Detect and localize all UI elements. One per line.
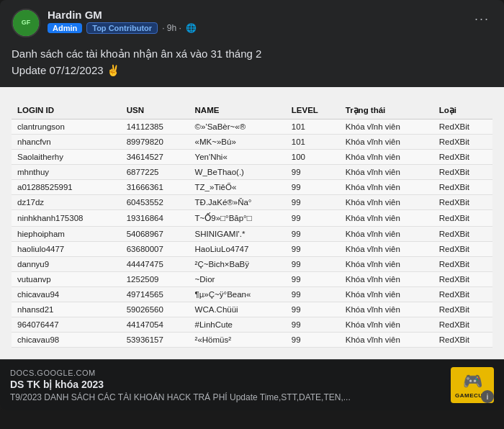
table-cell: a01288525991 (12, 180, 121, 195)
admin-badge: Admin (48, 23, 82, 33)
avatar-inner: GF (13, 10, 39, 36)
table-cell: ~Dior (189, 272, 286, 287)
table-cell: vutuanvp (12, 272, 121, 287)
table-cell: Khóa vĩnh viên (340, 272, 433, 287)
table-row: dannyu944447475²Ç~Bich×BaBÿ99Khóa vĩnh v… (12, 257, 492, 272)
table-cell: Khóa vĩnh viên (340, 195, 433, 210)
table-cell: 99 (286, 257, 340, 272)
table-row: a0128852599131666361TZ_»TiěŐ«99Khóa vĩnh… (12, 180, 492, 195)
table-header-row: LOGIN IDUSNNAMELEVELTrạng tháiLoại (12, 101, 492, 119)
table-cell: RedXBit (433, 180, 492, 195)
post-text: Danh sách các tài khoản nhận ân xá vào 3… (12, 46, 492, 78)
table-cell: Khóa vĩnh viên (340, 302, 433, 317)
table-cell: ¶µ»Ç~ÿ°Bean« (189, 287, 286, 302)
table-cell: Khóa vĩnh viên (340, 135, 433, 150)
more-options-button[interactable]: ··· (472, 9, 492, 30)
table-cell: nhancfvn (12, 135, 121, 150)
table-cell: 99 (286, 227, 340, 242)
globe-icon: 🌐 (186, 23, 197, 33)
table-cell: TĐ.JaKé®»Ňa° (189, 195, 286, 210)
info-icon[interactable]: i (481, 390, 494, 403)
table-cell: Khóa vĩnh viên (340, 242, 433, 257)
table-cell: Khóa vĩnh viên (340, 165, 433, 180)
table-cell: ²Ç~Bich×BaBÿ (189, 257, 286, 272)
table-row: mhnthuy6877225W_BeThao(.)99Khóa vĩnh viê… (12, 165, 492, 180)
table-cell: Khóa vĩnh viên (340, 333, 433, 348)
table-cell: 100 (286, 150, 340, 165)
table-cell: RedXBit (433, 302, 492, 317)
table-cell: 101 (286, 119, 340, 135)
table-cell: 1252509 (121, 272, 189, 287)
table-cell: 14112385 (121, 119, 189, 135)
post-time: · 9h · (162, 23, 181, 33)
table-cell: Khóa vĩnh viên (340, 180, 433, 195)
col-header: Loại (433, 101, 492, 119)
table-row: chicavau9853936157²«Hömüs²99Khóa vĩnh vi… (12, 333, 492, 348)
table-row: chicavau9449714565¶µ»Ç~ÿ°Bean«99Khóa vĩn… (12, 287, 492, 302)
table-cell: 99 (286, 333, 340, 348)
table-cell: W_BeThao(.) (189, 165, 286, 180)
table-cell: 53936157 (121, 333, 189, 348)
table-cell: 101 (286, 135, 340, 150)
table-cell: RedXBit (433, 195, 492, 210)
link-title: DS TK bị khóa 2023 (10, 379, 351, 390)
post-meta: Hardin GM Admin Top Contributor · 9h · 🌐 (48, 9, 492, 34)
table-row: vutuanvp1252509~Dior99Khóa vĩnh viênRedX… (12, 272, 492, 287)
table-cell: 99 (286, 287, 340, 302)
table-cell: 54068967 (121, 227, 189, 242)
table-cell: Khóa vĩnh viên (340, 317, 433, 333)
table-row: 96407644744147054#LinhCute99Khóa vĩnh vi… (12, 317, 492, 333)
table-cell: T~Ố9»□°Băp°□ (189, 210, 286, 227)
table-cell: RedXBit (433, 150, 492, 165)
table-cell: Khóa vĩnh viên (340, 227, 433, 242)
table-cell: 63680007 (121, 242, 189, 257)
table-cell: chicavau98 (12, 333, 121, 348)
post-image-area: LOGIN IDUSNNAMELEVELTrạng tháiLoại clant… (0, 87, 504, 359)
table-cell: ninhkhanh175308 (12, 210, 121, 227)
data-table: LOGIN IDUSNNAMELEVELTrạng tháiLoại clant… (12, 101, 492, 348)
col-header: Trạng thái (340, 101, 433, 119)
table-cell: #LinhCute (189, 317, 286, 333)
table-cell: RedXBit (433, 165, 492, 180)
link-text-area: DOCS.GOOGLE.COM DS TK bị khóa 2023 T9/20… (10, 369, 351, 402)
table-cell: RedXBit (433, 135, 492, 150)
col-header: LEVEL (286, 101, 340, 119)
table-row: dz17dz60453552TĐ.JaKé®»Ňa°99Khóa vĩnh vi… (12, 195, 492, 210)
table-cell: 19316864 (121, 210, 189, 227)
table-cell: TZ_»TiěŐ« (189, 180, 286, 195)
table-cell: RedXBit (433, 242, 492, 257)
table-row: nhancfvn89979820«MK~»Bú»101Khóa vĩnh viê… (12, 135, 492, 150)
table-row: clantrungson14112385©»'SaBèr~«®101Khóa v… (12, 119, 492, 135)
table-cell: 44147054 (121, 317, 189, 333)
table-cell: dannyu9 (12, 257, 121, 272)
table-cell: «MK~»Bú» (189, 135, 286, 150)
table-cell: Khóa vĩnh viên (340, 287, 433, 302)
table-cell: 99 (286, 242, 340, 257)
contributor-badge: Top Contributor (86, 22, 158, 34)
table-cell: RedXBit (433, 227, 492, 242)
table-cell: 31666361 (121, 180, 189, 195)
table-cell: 6877225 (121, 165, 189, 180)
table-cell: ©»'SaBèr~«® (189, 119, 286, 135)
author-name: Hardin GM (48, 9, 492, 21)
table-header: LOGIN IDUSNNAMELEVELTrạng tháiLoại (12, 101, 492, 119)
table-cell: 99 (286, 180, 340, 195)
table-cell: Khóa vĩnh viên (340, 150, 433, 165)
table-cell: 34614527 (121, 150, 189, 165)
table-cell: mhnthuy (12, 165, 121, 180)
col-header: USN (121, 101, 189, 119)
table-cell: 99 (286, 272, 340, 287)
table-cell: RedXBit (433, 210, 492, 227)
table-cell: RedXBit (433, 119, 492, 135)
table-row: haoliulo447763680007HaoLiuLo474799Khóa v… (12, 242, 492, 257)
table-row: hiephoipham54068967SHINIGAMI'.*99Khóa vĩ… (12, 227, 492, 242)
link-preview[interactable]: DOCS.GOOGLE.COM DS TK bị khóa 2023 T9/20… (0, 359, 504, 410)
table-row: Saolaitherhy34614527Yen'Nhi«100Khóa vĩnh… (12, 150, 492, 165)
table-cell: Khóa vĩnh viên (340, 119, 433, 135)
table-cell: RedXBit (433, 257, 492, 272)
table-cell: hiephoipham (12, 227, 121, 242)
table-cell: WCA.Chüüi (189, 302, 286, 317)
table-cell: 89979820 (121, 135, 189, 150)
table-cell: clantrungson (12, 119, 121, 135)
table-cell: Saolaitherhy (12, 150, 121, 165)
